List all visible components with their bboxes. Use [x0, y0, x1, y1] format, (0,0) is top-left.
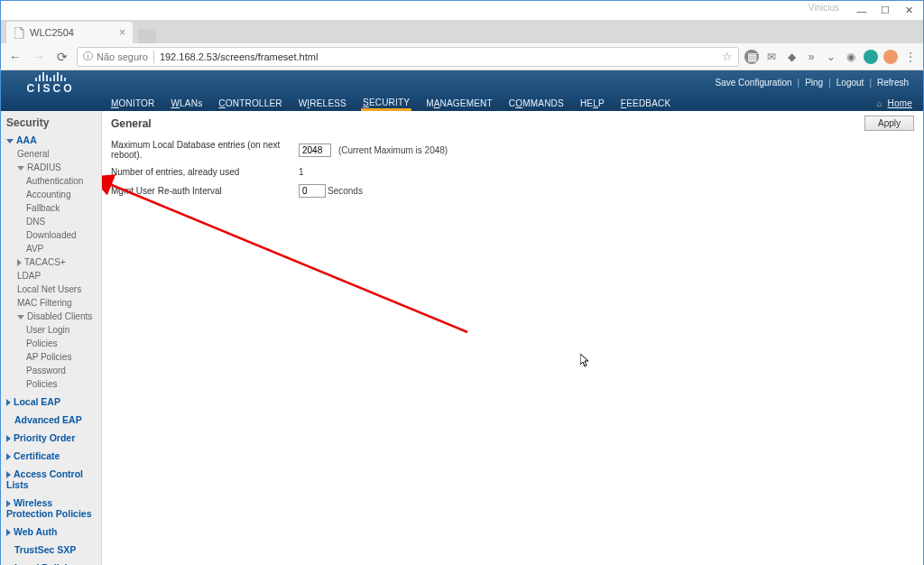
- caret-closed-icon: [17, 259, 22, 266]
- sidebar-item-mac-filtering[interactable]: MAC Filtering: [6, 296, 96, 310]
- bookmark-star-icon[interactable]: ☆: [722, 50, 733, 63]
- sidebar-item-ldap[interactable]: LDAP: [6, 269, 96, 282]
- ext-icon-shield[interactable]: ◉: [844, 50, 858, 64]
- insecure-label: Não seguro: [97, 51, 148, 62]
- mouse-cursor-icon: [580, 354, 591, 371]
- browser-tab-strip: WLC2504 ×: [0, 20, 924, 43]
- nav-monitor[interactable]: MONITOR: [109, 96, 156, 111]
- caret-closed-icon: [6, 435, 11, 442]
- caret-closed-icon: [6, 529, 11, 536]
- nav-feedback[interactable]: FEEDBACK: [619, 96, 673, 111]
- page-icon: [14, 27, 24, 38]
- browser-tab-title: WLC2504: [30, 27, 74, 38]
- ext-icon-avatar-2[interactable]: [883, 50, 898, 64]
- caret-closed-icon: [6, 399, 11, 406]
- nav-wlans[interactable]: WLANs: [169, 96, 204, 111]
- sidebar-item-user-login-policies[interactable]: User Login Policies: [6, 323, 96, 350]
- sidebar-heading: Security: [6, 116, 96, 129]
- nav-controller[interactable]: CONTROLLER: [217, 96, 283, 111]
- home-icon: ⌂: [876, 98, 882, 108]
- nav-help[interactable]: HELP: [578, 96, 606, 111]
- browser-toolbar: ← → ⟳ ⓘ Não seguro 192.168.2.53/screens/…: [0, 43, 924, 70]
- apply-button[interactable]: Apply: [864, 116, 914, 131]
- annotation-arrow-icon: [102, 111, 923, 562]
- sidebar-item-priority-order[interactable]: Priority Order: [6, 432, 96, 443]
- sidebar-item-fallback[interactable]: Fallback: [6, 201, 96, 215]
- nav-wireless[interactable]: WIRELESS: [297, 96, 348, 111]
- nav-commands[interactable]: COMMANDS: [507, 96, 566, 111]
- window-maximize-button[interactable]: ☐: [874, 3, 896, 19]
- label-max-db-entries: Maximum Local Database entries (on next …: [111, 140, 291, 160]
- header-top-links: Save Configuration | Ping | Logout | Ref…: [715, 78, 923, 88]
- addr-separator: [153, 51, 154, 63]
- address-bar[interactable]: ⓘ Não seguro 192.168.2.53/screens/frames…: [77, 47, 739, 67]
- row-entries-used: Number of entries, already used 1: [111, 167, 914, 177]
- main-panel: General Apply Maximum Local Database ent…: [102, 111, 923, 565]
- sidebar-item-radius[interactable]: RADIUS: [6, 161, 96, 174]
- window-titlebar: Vinicius — ☐ ✕: [0, 0, 924, 20]
- nav-reload-button[interactable]: ⟳: [53, 48, 71, 66]
- caret-closed-icon: [6, 453, 11, 460]
- sidebar-item-aaa[interactable]: AAA: [6, 134, 96, 145]
- sidebar-item-ap-policies[interactable]: AP Policies: [6, 350, 96, 364]
- ext-icon-pocket[interactable]: ⌄: [824, 50, 838, 64]
- ext-icon-chevrons[interactable]: »: [804, 50, 818, 64]
- nav-security[interactable]: SECURITY: [361, 95, 411, 111]
- sidebar-item-acl[interactable]: Access Control Lists: [6, 468, 96, 490]
- new-tab-button[interactable]: [138, 29, 156, 43]
- sidebar-item-dns[interactable]: DNS: [6, 215, 96, 228]
- caret-open-icon: [17, 166, 24, 171]
- extension-icons: ▦ ✉ ◆ » ⌄ ◉ ⋮: [744, 50, 918, 64]
- caret-closed-icon: [6, 500, 11, 507]
- caret-closed-icon: [6, 471, 11, 478]
- sidebar-item-local-eap[interactable]: Local EAP: [6, 396, 96, 407]
- sidebar-item-disabled-clients[interactable]: Disabled Clients: [6, 310, 96, 323]
- sidebar-item-password-policies[interactable]: Password Policies: [6, 364, 96, 391]
- info-icon: ⓘ: [83, 50, 93, 63]
- main-nav: MONITOR WLANs CONTROLLER WIRELESS SECURI…: [1, 95, 923, 111]
- sidebar-item-general[interactable]: General: [6, 147, 96, 161]
- sidebar-item-advanced-eap[interactable]: Advanced EAP: [6, 414, 96, 425]
- page-title: General: [111, 117, 152, 130]
- cisco-logo: CISCO: [1, 70, 100, 95]
- window-close-button[interactable]: ✕: [898, 3, 919, 19]
- label-reauth-interval: Mgmt User Re-auth Interval: [111, 186, 291, 196]
- main-header: General Apply: [111, 116, 914, 131]
- browser-menu-icon[interactable]: ⋮: [903, 50, 918, 64]
- sidebar-item-certificate[interactable]: Certificate: [6, 450, 96, 461]
- nav-management[interactable]: MANAGEMENT: [424, 96, 494, 111]
- tab-close-icon[interactable]: ×: [119, 26, 125, 39]
- address-url: 192.168.2.53/screens/frameset.html: [160, 51, 318, 62]
- save-configuration-link[interactable]: Save Configuration: [715, 78, 791, 88]
- caret-open-icon: [6, 139, 14, 144]
- window-username: Vinicius: [808, 3, 839, 13]
- cisco-logo-bars-icon: [35, 70, 66, 81]
- ext-icon-diamond[interactable]: ◆: [784, 50, 799, 64]
- body-row: Security AAA General RADIUS Authenticati…: [1, 111, 923, 565]
- unit-seconds: Seconds: [328, 186, 363, 196]
- input-max-db-entries[interactable]: [299, 144, 331, 157]
- nav-forward-button[interactable]: →: [30, 48, 48, 66]
- sidebar-item-web-auth[interactable]: Web Auth: [6, 526, 96, 537]
- sidebar-item-wireless-protection[interactable]: Wireless Protection Policies: [6, 497, 96, 519]
- sidebar-item-tacacs[interactable]: TACACS+: [6, 255, 96, 269]
- browser-tab[interactable]: WLC2504 ×: [6, 22, 133, 43]
- ext-icon-mail[interactable]: ✉: [764, 50, 779, 64]
- sidebar-item-accounting[interactable]: Accounting: [6, 188, 96, 201]
- ext-icon-avatar-1[interactable]: [864, 50, 878, 64]
- refresh-link[interactable]: Refresh: [877, 78, 909, 88]
- input-reauth-interval[interactable]: [299, 184, 326, 198]
- cisco-header: CISCO Save Configuration | Ping | Logout…: [1, 70, 923, 95]
- ping-link[interactable]: Ping: [805, 78, 823, 88]
- insecure-indicator[interactable]: ⓘ Não seguro: [83, 50, 148, 63]
- window-minimize-button[interactable]: —: [851, 3, 873, 19]
- sidebar: Security AAA General RADIUS Authenticati…: [1, 111, 102, 565]
- sidebar-item-authentication[interactable]: Authentication: [6, 174, 96, 188]
- logout-link[interactable]: Logout: [836, 78, 864, 88]
- nav-back-button[interactable]: ←: [6, 48, 24, 66]
- ext-icon-1[interactable]: ▦: [744, 50, 759, 64]
- sidebar-item-trustsec[interactable]: TrustSec SXP: [6, 544, 96, 555]
- sidebar-item-downloaded-avp[interactable]: Downloaded AVP: [6, 228, 96, 255]
- sidebar-item-local-net-users[interactable]: Local Net Users: [6, 282, 96, 296]
- home-link[interactable]: Home: [886, 96, 914, 111]
